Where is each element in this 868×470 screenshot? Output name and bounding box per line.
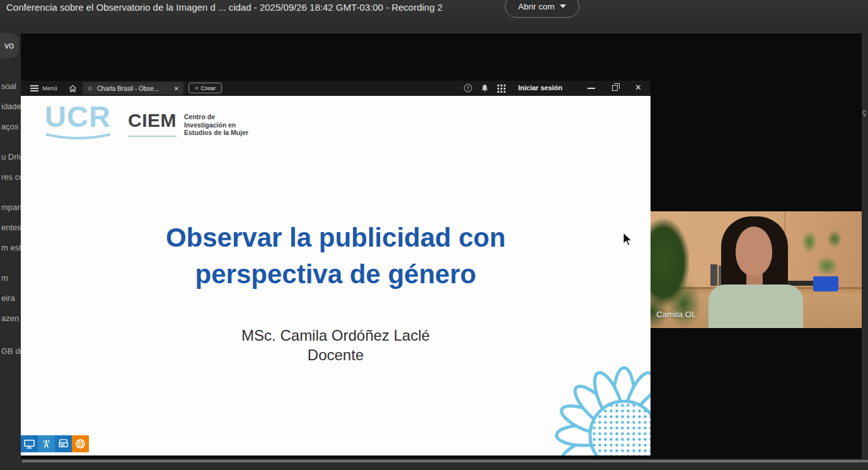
ciem-logo: CIEM Centro de Investigación en Estudios… — [128, 110, 248, 137]
slide-title: Observar la publicidad con perspectiva d… — [21, 220, 651, 293]
printer-press-icon — [55, 435, 72, 452]
sidebar-item[interactable]: entes — [1, 223, 21, 232]
books-on-shelf — [710, 264, 717, 286]
ucr-logo-swoosh — [45, 132, 112, 141]
close-window-icon: ✕ — [635, 83, 642, 92]
open-with-label: Abrir com — [518, 2, 555, 11]
drive-sidebar: vo soal idade aços u Driv res co mpart e… — [0, 23, 21, 470]
home-icon — [69, 84, 77, 95]
create-label: Crear — [201, 85, 216, 91]
sign-in-label: Iniciar sesión — [518, 84, 562, 91]
chevron-down-icon — [560, 4, 566, 8]
recording-video-frame[interactable]: Menú ☆ Charla Brasil - Obse... ✕ + Crear… — [21, 33, 862, 459]
open-with-button[interactable]: Abrir com — [505, 0, 579, 18]
restore-window-icon — [612, 85, 618, 91]
ucr-logo: UCR — [45, 101, 120, 144]
mouse-cursor — [623, 232, 632, 247]
speaker-face — [736, 226, 772, 276]
tv-icon — [21, 435, 38, 452]
video-progress-bar[interactable] — [22, 460, 868, 462]
sidebar-item[interactable]: eira — [1, 293, 15, 303]
create-button: + Crear — [188, 83, 222, 93]
star-icon: ☆ — [87, 85, 93, 93]
presentation-slide: UCR CIEM Centro de Investigación en Estu… — [21, 96, 651, 455]
minimize-icon — [587, 88, 595, 89]
preview-title-bar: Conferencia sobre el Observatorio de la … — [0, 0, 868, 24]
sidebar-item[interactable]: m — [1, 273, 8, 283]
sidebar-item[interactable]: u Driv — [1, 152, 21, 162]
hamburger-menu-icon — [30, 85, 38, 91]
plus-icon: + — [195, 85, 199, 91]
apps-grid-icon — [497, 85, 499, 86]
speaker-torso — [709, 285, 803, 328]
radio-tower-icon — [38, 435, 55, 452]
recorded-browser-toolbar: Menú ☆ Charla Brasil - Obse... ✕ + Crear… — [21, 81, 651, 96]
sidebar-item[interactable]: soal — [1, 81, 16, 91]
browser-tab: ☆ Charla Brasil - Obse... ✕ — [83, 82, 183, 95]
browser-menu-label: Menú — [42, 85, 57, 91]
sidebar-item[interactable]: azen — [1, 314, 19, 323]
globe-icon — [72, 435, 89, 452]
sunflower-illustration — [552, 363, 651, 455]
houseplant-right — [797, 224, 847, 284]
slide-presenter: MSc. Camila Ordóñez Laclé Docente — [21, 326, 651, 365]
storage-usage-fragment: GB de — [1, 346, 21, 356]
right-edge-text-fragment: ç — [862, 108, 866, 117]
sidebar-item[interactable]: mpart — [1, 203, 21, 212]
sidebar-item[interactable]: m estr — [1, 243, 21, 252]
tab-title: Charla Brasil - Obse... — [97, 85, 170, 92]
new-button-fragment[interactable]: vo — [0, 33, 19, 58]
drive-video-preview-window: Conferencia sobre el Observatorio de la … — [0, 0, 868, 470]
blue-plant-pot — [813, 276, 838, 291]
webcam-video-tile: Camila OL — [651, 211, 862, 328]
ciem-logo-subtitle: Centro de Investigación en Estudios de l… — [184, 110, 248, 137]
bell-icon — [480, 83, 489, 95]
recording-title: Conferencia sobre el Observatorio de la … — [6, 2, 443, 13]
participant-name-label: Camila OL — [656, 310, 697, 319]
help-icon: ? — [464, 84, 472, 92]
sidebar-item[interactable]: res co — [1, 172, 21, 182]
sidebar-item[interactable]: idade — [1, 102, 21, 111]
ciem-logo-text: CIEM — [128, 110, 176, 137]
sidebar-item[interactable]: aços — [1, 122, 18, 131]
tab-close-icon: ✕ — [174, 85, 179, 92]
media-icon-strip — [21, 435, 89, 452]
ucr-logo-text: UCR — [45, 101, 120, 132]
